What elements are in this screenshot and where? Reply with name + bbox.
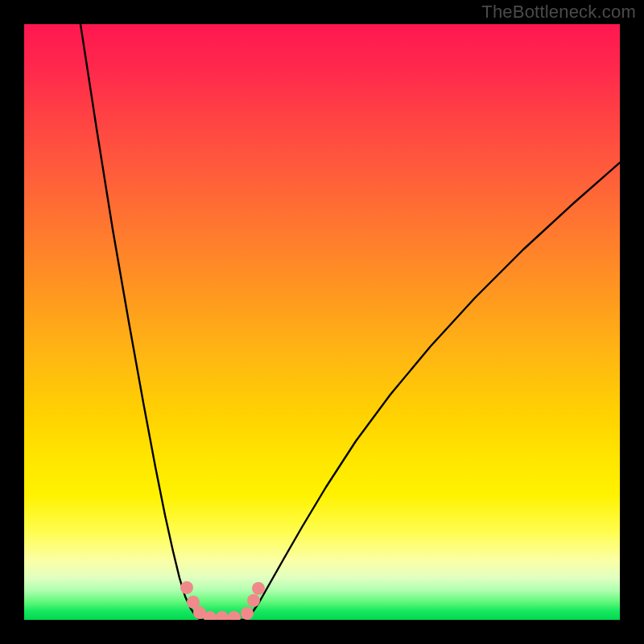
marker-left-high [180,581,193,594]
bottleneck-curve [80,24,620,620]
marker-right-2 [247,594,260,607]
marker-floor-2 [216,611,229,620]
watermark-text: TheBottleneck.com [481,2,636,23]
marker-group [180,581,265,620]
plot-area [24,24,620,620]
marker-floor-3 [228,611,241,620]
curve-svg [24,24,620,620]
chart-frame: TheBottleneck.com [0,0,644,644]
marker-right-1 [241,607,254,620]
marker-right-high [252,582,265,595]
